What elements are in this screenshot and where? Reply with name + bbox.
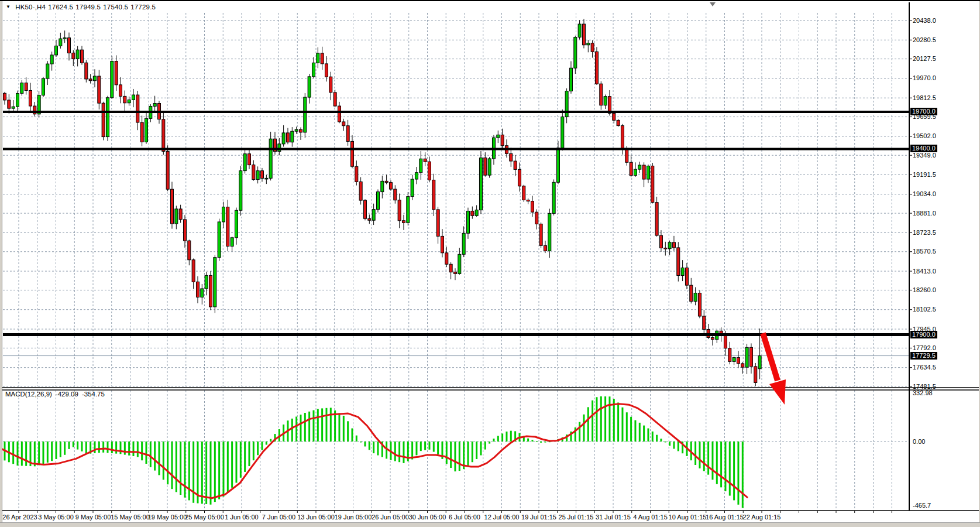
candle-bearish[interactable] (333, 93, 336, 106)
candle-bullish[interactable] (317, 53, 319, 63)
candle-bearish[interactable] (196, 282, 199, 297)
candle-bearish[interactable] (664, 248, 667, 249)
candle-bearish[interactable] (67, 38, 70, 53)
candle-bearish[interactable] (72, 53, 75, 59)
candle-bullish[interactable] (239, 171, 242, 211)
candle-bearish[interactable] (98, 76, 101, 103)
candle-bearish[interactable] (299, 129, 302, 132)
candle-bullish[interactable] (411, 179, 414, 197)
candle-bullish[interactable] (218, 222, 221, 258)
candle-bullish[interactable] (548, 213, 551, 251)
candle-bearish[interactable] (80, 50, 83, 63)
candle-bearish[interactable] (527, 200, 529, 201)
candle-bullish[interactable] (235, 210, 238, 238)
candle-bullish[interactable] (668, 242, 671, 249)
candle-bullish[interactable] (201, 289, 204, 297)
candle-bearish[interactable] (453, 272, 456, 274)
candle-bearish[interactable] (651, 166, 654, 202)
candle-bearish[interactable] (724, 334, 727, 348)
candle-bullish[interactable] (634, 169, 637, 176)
candle-bearish[interactable] (685, 268, 688, 285)
candle-bullish[interactable] (647, 166, 649, 179)
candle-bearish[interactable] (749, 347, 752, 367)
candle-bullish[interactable] (372, 210, 375, 221)
candle-bullish[interactable] (214, 258, 216, 307)
candle-bearish[interactable] (544, 245, 546, 251)
candle-bearish[interactable] (140, 122, 143, 142)
candle-bearish[interactable] (247, 154, 250, 165)
candle-bullish[interactable] (407, 197, 410, 223)
candle-bearish[interactable] (115, 61, 118, 85)
candle-bullish[interactable] (222, 207, 225, 222)
candle-bullish[interactable] (295, 129, 298, 131)
candle-bullish[interactable] (475, 210, 478, 216)
candle-bearish[interactable] (385, 181, 388, 182)
candle-bullish[interactable] (479, 158, 482, 210)
candle-bearish[interactable] (338, 106, 341, 122)
candle-bearish[interactable] (621, 126, 624, 149)
candle-bearish[interactable] (188, 241, 191, 260)
candle-bullish[interactable] (466, 211, 469, 233)
candle-bullish[interactable] (205, 275, 208, 289)
candle-bullish[interactable] (256, 171, 259, 180)
candle-bullish[interactable] (488, 159, 491, 175)
candle-bearish[interactable] (342, 122, 345, 126)
candle-bearish[interactable] (642, 165, 645, 179)
candle-bearish[interactable] (123, 96, 126, 102)
chart-shift-marker-icon[interactable] (710, 2, 716, 6)
candle-bullish[interactable] (16, 93, 19, 107)
candle-bearish[interactable] (89, 79, 92, 81)
candle-bullish[interactable] (587, 43, 590, 45)
candle-bullish[interactable] (745, 347, 748, 367)
candle-bullish[interactable] (145, 118, 147, 142)
candle-bearish[interactable] (286, 133, 289, 142)
candle-bullish[interactable] (497, 135, 500, 138)
candle-bearish[interactable] (441, 236, 443, 252)
candle-bearish[interactable] (741, 364, 744, 367)
candle-bullish[interactable] (304, 97, 307, 132)
candle-bullish[interactable] (175, 209, 178, 224)
candle-bearish[interactable] (162, 119, 165, 152)
candle-bullish[interactable] (569, 68, 572, 91)
candle-bullish[interactable] (269, 139, 272, 178)
candle-bearish[interactable] (321, 53, 324, 64)
candle-bullish[interactable] (694, 293, 697, 302)
candle-bearish[interactable] (711, 337, 714, 339)
candle-bearish[interactable] (260, 171, 263, 179)
candle-bearish[interactable] (514, 161, 517, 169)
candle-bullish[interactable] (243, 154, 246, 171)
candle-bearish[interactable] (690, 285, 693, 302)
candle-bearish[interactable] (29, 90, 32, 106)
candle-bearish[interactable] (119, 85, 122, 97)
candle-bearish[interactable] (728, 348, 731, 362)
candle-bearish[interactable] (166, 151, 169, 189)
candle-bullish[interactable] (111, 61, 114, 98)
candle-bearish[interactable] (428, 162, 431, 180)
candle-bullish[interactable] (278, 144, 281, 152)
candle-bearish[interactable] (518, 169, 521, 186)
candle-bullish[interactable] (556, 148, 559, 183)
candle-bullish[interactable] (604, 97, 607, 105)
candle-bearish[interactable] (394, 189, 397, 200)
candle-bullish[interactable] (415, 173, 418, 179)
candle-bearish[interactable] (179, 209, 182, 220)
candle-bearish[interactable] (522, 186, 525, 200)
candle-bearish[interactable] (613, 114, 615, 121)
candle-bullish[interactable] (50, 55, 53, 64)
candle-bearish[interactable] (102, 103, 105, 136)
candle-bullish[interactable] (574, 37, 577, 69)
candle-bearish[interactable] (617, 120, 620, 125)
candle-bullish[interactable] (282, 133, 285, 144)
candle-bullish[interactable] (265, 178, 268, 179)
candle-bearish[interactable] (531, 201, 534, 213)
candle-bearish[interactable] (484, 158, 487, 176)
candle-bullish[interactable] (733, 358, 735, 362)
candle-bullish[interactable] (132, 95, 135, 100)
candle-bearish[interactable] (329, 77, 332, 93)
candle-bullish[interactable] (638, 165, 641, 169)
candle-bearish[interactable] (600, 84, 603, 105)
candle-bullish[interactable] (308, 77, 311, 97)
candle-bearish[interactable] (703, 316, 706, 330)
candle-bearish[interactable] (510, 153, 513, 161)
candle-bullish[interactable] (419, 159, 422, 172)
